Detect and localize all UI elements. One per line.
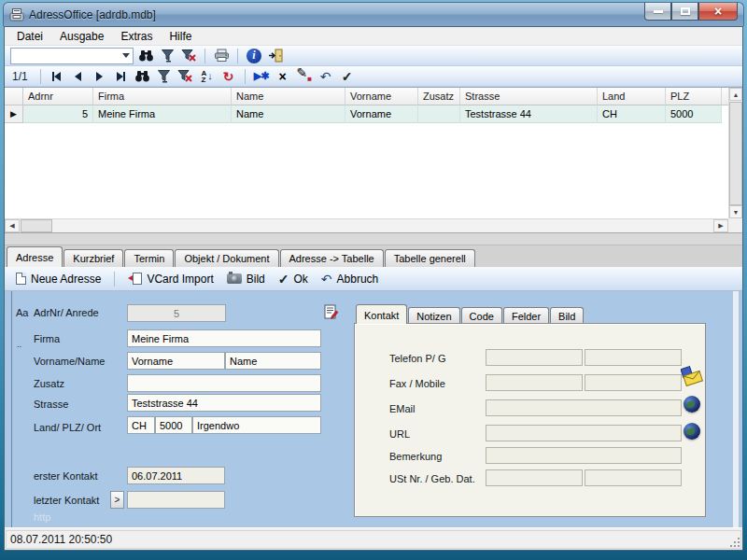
send-email-icon[interactable] (681, 366, 705, 386)
bild-button[interactable]: Bild (223, 271, 269, 287)
ust-geb-label: USt Nr. / Geb. Dat. (389, 473, 475, 484)
col-adrnr[interactable]: Adrnr (23, 88, 93, 105)
navigator-toolbar: 1/1 (5, 66, 742, 87)
mobile-field[interactable] (585, 374, 682, 391)
geb-dat-field[interactable] (585, 469, 682, 486)
col-zusatz[interactable]: Zusatz (418, 88, 460, 105)
filter-button[interactable] (158, 47, 176, 64)
title-bar[interactable]: AdressOffice [adrdb.mdb] × (3, 2, 744, 26)
print-button[interactable] (212, 47, 231, 64)
col-plz[interactable]: PLZ (666, 88, 722, 105)
bemerkung-field[interactable] (486, 447, 682, 464)
ok-button[interactable]: ✓ Ok (275, 271, 312, 287)
info-button[interactable]: i (245, 47, 263, 64)
maximize-button[interactable] (671, 3, 698, 21)
tab-code[interactable]: Code (461, 307, 502, 324)
menu-extras[interactable]: Extras (112, 28, 161, 45)
resize-grip[interactable] (729, 537, 740, 548)
tab-kurzbrief[interactable]: Kurzbrief (63, 249, 123, 267)
horizontal-scroll-thumb[interactable] (21, 219, 52, 232)
search-combobox[interactable] (10, 48, 134, 64)
delete-record-button[interactable]: × (274, 67, 292, 85)
plz-field[interactable] (155, 416, 192, 434)
erster-kontakt-field[interactable] (127, 467, 225, 484)
tab-adresse[interactable]: Adresse (7, 246, 63, 267)
new-address-button[interactable]: Neue Adresse (12, 271, 105, 287)
tab-bild[interactable]: Bild (550, 307, 584, 324)
scroll-up-icon[interactable]: ▲ (729, 88, 742, 101)
exit-button[interactable] (266, 47, 285, 64)
col-land[interactable]: Land (598, 88, 666, 105)
adrnr-label: AdrNr/ Anrede (34, 307, 99, 318)
col-name[interactable]: Name (232, 88, 345, 105)
adrnr-field[interactable] (127, 304, 226, 322)
edit-record-button[interactable]: ✎■ (295, 67, 314, 85)
col-strasse[interactable]: Strasse (460, 88, 598, 105)
grid-vertical-scrollbar[interactable]: ▲ ▼ (728, 88, 742, 218)
tab-notizen[interactable]: Notizen (408, 307, 459, 324)
filter-remove-button[interactable] (179, 47, 198, 64)
ort-field[interactable] (192, 416, 321, 434)
menu-hilfe[interactable]: Hilfe (161, 28, 200, 45)
scroll-left-icon[interactable]: ◀ (5, 219, 20, 232)
address-form: Aa .. AdrNr/ Anrede Firma Vorname/Name Z… (5, 291, 742, 527)
firma-field[interactable] (127, 329, 321, 347)
ust-nr-field[interactable] (486, 469, 583, 486)
main-tab-bar: Adresse Kurzbrief Termin Objekt / Dokume… (5, 245, 742, 267)
address-grid: Adrnr Firma Name Vorname Zusatz Strasse … (5, 87, 742, 232)
edit-document-icon[interactable] (323, 304, 339, 320)
grid-horizontal-scrollbar[interactable]: ◀ ▶ (5, 218, 728, 232)
tab-objekt-dokument[interactable]: Objekt / Dokument (175, 249, 278, 267)
filter-remove-button[interactable] (176, 67, 195, 85)
letzter-kontakt-field[interactable] (127, 491, 225, 509)
vertical-scroll-thumb[interactable] (729, 102, 742, 205)
previous-record-button[interactable] (69, 67, 88, 85)
close-button[interactable]: × (698, 3, 738, 21)
email-field[interactable] (486, 399, 682, 416)
last-record-button[interactable] (112, 67, 131, 85)
url-field[interactable] (486, 425, 682, 441)
first-record-button[interactable] (48, 67, 66, 85)
tab-termin[interactable]: Termin (124, 249, 174, 267)
undo-button[interactable]: ↶ (317, 67, 335, 85)
sort-az-button[interactable]: AZ↓ (198, 67, 217, 85)
globe-icon[interactable] (684, 396, 700, 413)
find-button[interactable] (136, 47, 155, 64)
globe-icon[interactable] (684, 423, 700, 440)
land-field[interactable] (127, 416, 155, 434)
splitter[interactable] (5, 232, 742, 245)
col-firma[interactable]: Firma (93, 88, 232, 105)
menu-datei[interactable]: Datei (8, 28, 51, 45)
filter-button[interactable] (155, 67, 174, 85)
find-button[interactable] (134, 67, 152, 85)
vorname-field[interactable] (127, 352, 225, 370)
tab-tabelle-generell[interactable]: Tabelle generell (385, 249, 475, 267)
name-field[interactable] (225, 352, 321, 370)
tab-felder[interactable]: Felder (503, 307, 549, 324)
telefon-p-field[interactable] (486, 349, 583, 366)
new-record-button[interactable]: ▶✱ (252, 67, 271, 85)
telefon-g-field[interactable] (585, 349, 682, 366)
confirm-button[interactable]: ✓ (338, 67, 357, 85)
refresh-button[interactable]: ↻ (219, 67, 238, 85)
scroll-right-icon[interactable]: ▶ (713, 219, 728, 232)
letzter-kontakt-expand-button[interactable]: > (110, 491, 124, 509)
table-row[interactable]: ▶ 5 Meine Firma Name Vorname Teststrasse… (5, 105, 728, 123)
vcard-import-label: VCard Import (147, 273, 213, 286)
grid-selector-header (5, 88, 23, 105)
cell-plz: 5000 (666, 105, 722, 123)
chevron-down-icon[interactable] (119, 49, 133, 63)
next-record-button[interactable] (91, 67, 109, 85)
scroll-down-icon[interactable]: ▼ (729, 205, 742, 218)
fax-field[interactable] (486, 374, 583, 391)
tab-kontakt[interactable]: Kontakt (356, 304, 407, 324)
abbruch-button[interactable]: ↶ Abbruch (317, 271, 382, 287)
strasse-field[interactable] (127, 394, 321, 412)
camera-icon (227, 273, 242, 284)
col-vorname[interactable]: Vorname (345, 88, 418, 105)
vcard-import-button[interactable]: VCard Import (124, 271, 217, 287)
menu-ausgabe[interactable]: Ausgabe (51, 28, 112, 45)
minimize-button[interactable] (644, 3, 671, 21)
zusatz-field[interactable] (127, 374, 321, 392)
tab-adresse-tabelle[interactable]: Adresse -> Tabelle (280, 249, 384, 267)
